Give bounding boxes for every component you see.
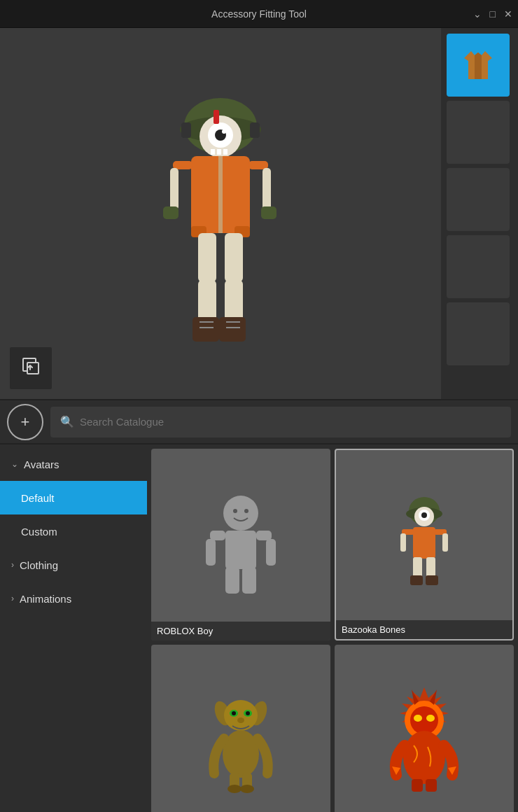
svg-point-64 <box>232 711 236 715</box>
accessory-slots <box>441 28 518 399</box>
svg-point-79 <box>403 731 445 784</box>
viewport <box>0 28 518 399</box>
svg-rect-19 <box>163 206 178 219</box>
svg-rect-82 <box>412 779 423 792</box>
svg-rect-25 <box>225 233 243 282</box>
chevron-right-icon-animations: › <box>11 594 14 603</box>
svg-rect-7 <box>211 149 215 155</box>
svg-rect-23 <box>198 233 216 282</box>
svg-rect-53 <box>400 533 406 552</box>
window-controls: ⌄ □ ✕ <box>473 9 512 19</box>
nav-item-clothing[interactable]: › Clothing <box>0 548 147 582</box>
accessory-slot-5[interactable] <box>447 302 510 365</box>
svg-point-65 <box>246 711 250 715</box>
svg-rect-40 <box>256 531 272 540</box>
svg-point-61 <box>224 700 258 731</box>
nav-label-clothing: Clothing <box>20 559 58 571</box>
svg-point-37 <box>244 509 248 513</box>
svg-rect-38 <box>225 531 256 569</box>
chevron-right-icon-clothing: › <box>11 560 14 570</box>
accessory-slot-1[interactable] <box>447 34 510 97</box>
svg-rect-24 <box>198 280 216 322</box>
svg-point-70 <box>227 785 241 793</box>
svg-rect-41 <box>206 539 216 566</box>
window-title: Accessory Fitting Tool <box>211 8 307 20</box>
svg-rect-58 <box>426 575 438 585</box>
svg-point-6 <box>222 130 226 134</box>
svg-rect-21 <box>262 168 271 210</box>
avatar-grid: ROBLOX Boy <box>147 444 518 812</box>
svg-rect-44 <box>242 567 256 594</box>
svg-rect-28 <box>219 317 246 342</box>
nav-section-clothing: › Clothing <box>0 548 147 582</box>
export-button[interactable] <box>10 347 52 389</box>
nav-section-animations: › Animations <box>0 582 147 615</box>
nav-item-animations[interactable]: › Animations <box>0 582 147 615</box>
svg-rect-55 <box>413 557 422 578</box>
svg-rect-8 <box>217 149 221 155</box>
search-icon: 🔍 <box>60 415 74 428</box>
nav-section-avatars: ⌄ Avatars Default Custom <box>0 447 147 548</box>
search-input[interactable] <box>80 416 501 428</box>
lower-panel: ⌄ Avatars Default Custom › Clothing › An… <box>0 444 518 812</box>
svg-rect-10 <box>181 122 191 138</box>
nav-label-default: Default <box>21 492 55 504</box>
add-icon: + <box>21 413 30 431</box>
nav-item-avatars[interactable]: ⌄ Avatars <box>0 447 147 481</box>
avatar-image-bazooka-bones <box>336 450 512 639</box>
svg-rect-22 <box>261 206 276 219</box>
avatar-image-magma-fiend <box>335 645 514 813</box>
accessory-slot-4[interactable] <box>447 235 510 298</box>
title-bar: Accessory Fitting Tool ⌄ □ ✕ <box>0 0 518 28</box>
restore-button[interactable]: □ <box>490 9 496 19</box>
svg-point-36 <box>233 509 237 513</box>
svg-rect-26 <box>225 280 243 322</box>
close-button[interactable]: ✕ <box>504 9 512 19</box>
search-bar-area: + 🔍 <box>0 399 518 444</box>
grid-item-magma-fiend[interactable]: Magma Fiend <box>335 645 514 813</box>
grid-item-roblox-boy[interactable]: ROBLOX Boy <box>151 449 330 640</box>
svg-point-74 <box>410 706 438 734</box>
svg-rect-42 <box>266 539 276 566</box>
svg-point-35 <box>223 496 258 531</box>
search-box: 🔍 <box>50 407 511 438</box>
accessory-slot-3[interactable] <box>447 168 510 231</box>
nav-label-avatars: Avatars <box>24 458 59 470</box>
avatar-image-roblox-boy <box>151 449 330 640</box>
svg-rect-43 <box>225 567 239 594</box>
svg-point-75 <box>414 715 422 722</box>
nav-sub-item-default[interactable]: Default <box>0 481 147 514</box>
add-button[interactable]: + <box>7 404 43 440</box>
svg-rect-50 <box>413 527 435 559</box>
svg-rect-12 <box>214 110 219 124</box>
svg-rect-9 <box>223 149 227 155</box>
left-nav: ⌄ Avatars Default Custom › Clothing › An… <box>0 444 147 812</box>
svg-rect-27 <box>192 317 219 342</box>
nav-sub-item-custom[interactable]: Custom <box>0 514 147 548</box>
svg-point-66 <box>237 718 244 723</box>
svg-point-76 <box>426 715 435 722</box>
svg-rect-14 <box>218 156 223 233</box>
nav-label-animations: Animations <box>20 593 71 605</box>
grid-item-goblin[interactable]: Goblin <box>151 645 330 813</box>
svg-rect-83 <box>426 779 437 792</box>
svg-point-49 <box>421 512 427 518</box>
character-display <box>0 28 441 399</box>
svg-point-71 <box>240 785 254 793</box>
svg-rect-54 <box>442 533 448 552</box>
svg-rect-57 <box>410 575 423 585</box>
svg-rect-39 <box>210 531 225 540</box>
minimize-button[interactable]: ⌄ <box>473 9 482 19</box>
export-icon <box>21 356 41 380</box>
svg-rect-34 <box>27 363 38 374</box>
nav-label-custom: Custom <box>21 526 57 538</box>
accessory-slot-2[interactable] <box>447 101 510 164</box>
avatar-image-goblin <box>151 645 330 813</box>
chevron-down-icon: ⌄ <box>11 459 18 469</box>
svg-rect-18 <box>170 168 178 210</box>
grid-item-bazooka-bones[interactable]: Bazooka Bones <box>335 449 514 640</box>
svg-rect-56 <box>426 557 435 578</box>
svg-rect-11 <box>250 122 260 138</box>
character-svg <box>115 59 326 368</box>
